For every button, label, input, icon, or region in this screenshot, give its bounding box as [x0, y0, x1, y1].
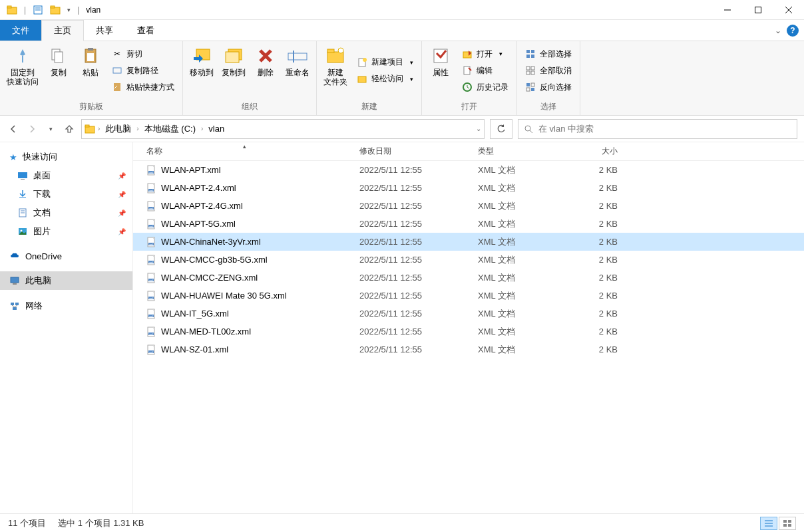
forward-button[interactable]	[25, 122, 39, 136]
nav-this-pc[interactable]: 此电脑	[0, 271, 132, 290]
file-type-cell: XML 文档	[471, 308, 571, 320]
file-row[interactable]: xmlWLAN-IT_5G.xml2022/5/11 12:55XML 文档2 …	[133, 305, 804, 323]
new-item-button[interactable]: 新建项目▾	[355, 55, 415, 69]
back-button[interactable]	[7, 122, 20, 136]
nav-desktop[interactable]: 桌面 📌	[0, 166, 132, 185]
svg-rect-8	[755, 7, 761, 13]
tab-view[interactable]: 查看	[125, 20, 166, 41]
delete-button[interactable]: 删除	[250, 43, 282, 98]
breadcrumb-drive[interactable]: 本地磁盘 (C:)	[142, 123, 198, 135]
file-row[interactable]: xmlWLAN-CMCC-ZENG.xml2022/5/11 12:55XML …	[133, 269, 804, 287]
file-row[interactable]: xmlWLAN-ChinaNet-3yVr.xml2022/5/11 12:55…	[133, 233, 804, 251]
file-row[interactable]: xmlWLAN-MED-TL00z.xml2022/5/11 12:55XML …	[133, 323, 804, 340]
open-button[interactable]: 打开▾	[461, 47, 510, 61]
nav-network[interactable]: 网络	[0, 297, 132, 315]
tab-home[interactable]: 主页	[41, 20, 84, 41]
window-title: vlan	[86, 5, 100, 15]
easy-access-icon	[357, 74, 367, 84]
file-row[interactable]: xmlWLAN-APT-5G.xml2022/5/11 12:55XML 文档2…	[133, 215, 804, 233]
nav-downloads[interactable]: 下载 📌	[0, 185, 132, 203]
file-row[interactable]: xmlWLAN-APT-2.4.xml2022/5/11 12:55XML 文档…	[133, 179, 804, 197]
svg-text:xml: xml	[149, 171, 153, 174]
edit-button[interactable]: 编辑	[461, 64, 510, 78]
tab-share[interactable]: 共享	[84, 20, 125, 41]
properties-button[interactable]: 属性	[425, 43, 457, 98]
file-row[interactable]: xmlWLAN-CMCC-gb3b-5G.xml2022/5/11 12:55X…	[133, 251, 804, 269]
xml-file-icon: xml	[146, 219, 157, 229]
svg-point-26	[338, 48, 343, 53]
chevron-right-icon[interactable]: ›	[98, 125, 100, 132]
column-size[interactable]: 大小	[571, 146, 624, 157]
nav-pictures[interactable]: 图片 📌	[0, 222, 132, 241]
column-type[interactable]: 类型	[471, 146, 571, 157]
close-button[interactable]	[773, 0, 804, 20]
file-type-cell: XML 文档	[471, 344, 571, 356]
file-date-cell: 2022/5/11 12:55	[353, 344, 471, 354]
file-size-cell: 2 KB	[571, 219, 624, 229]
navigation-pane[interactable]: ★ 快速访问 桌面 📌 下载 📌 文档 📌 图片 📌 OneDrive	[0, 142, 133, 513]
minimize-button[interactable]	[712, 0, 743, 20]
file-row[interactable]: xmlWLAN-HUAWEI Mate 30 5G.xml2022/5/11 1…	[133, 287, 804, 305]
select-all-button[interactable]: 全部选择	[524, 47, 573, 61]
easy-access-button[interactable]: 轻松访问▾	[355, 72, 415, 86]
file-type-cell: XML 文档	[471, 164, 571, 176]
nav-documents[interactable]: 文档 📌	[0, 203, 132, 222]
status-item-count: 11 个项目	[8, 517, 46, 529]
properties-qat-icon[interactable]	[30, 2, 46, 18]
invert-selection-button[interactable]: 反向选择	[524, 80, 573, 94]
svg-rect-60	[11, 303, 14, 305]
help-icon[interactable]: ?	[787, 25, 799, 37]
file-row[interactable]: xmlWLAN-APT.xml2022/5/11 12:55XML 文档2 KB	[133, 161, 804, 179]
select-none-button[interactable]: 全部取消	[524, 64, 573, 78]
recent-locations-button[interactable]: ▾	[44, 122, 57, 136]
maximize-button[interactable]	[743, 0, 773, 20]
tab-file[interactable]: 文件	[0, 20, 41, 41]
copy-path-button[interactable]: 复制路径	[110, 64, 176, 78]
svg-text:xml: xml	[149, 315, 153, 317]
select-all-label: 全部选择	[540, 49, 572, 60]
copy-button[interactable]: 复制	[43, 43, 75, 98]
nav-onedrive[interactable]: OneDrive	[0, 247, 132, 265]
column-date[interactable]: 修改日期	[353, 146, 471, 157]
delete-label: 删除	[258, 68, 274, 77]
file-date-cell: 2022/5/11 12:55	[353, 183, 471, 193]
address-dropdown-icon[interactable]: ⌄	[476, 125, 481, 132]
new-folder-button[interactable]: 新建 文件夹	[319, 43, 351, 98]
paste-shortcut-button[interactable]: 粘贴快捷方式	[110, 80, 176, 94]
file-size-cell: 2 KB	[571, 273, 624, 283]
copy-to-button[interactable]: 复制到	[218, 43, 250, 98]
paste-button[interactable]: 粘贴	[75, 43, 106, 98]
file-row[interactable]: xmlWLAN-SZ-01.xml2022/5/11 12:55XML 文档2 …	[133, 340, 804, 358]
move-to-button[interactable]: 移动到	[186, 43, 218, 98]
rename-button[interactable]: 重命名	[282, 43, 313, 98]
refresh-button[interactable]	[490, 119, 512, 139]
svg-rect-43	[531, 83, 534, 86]
search-input[interactable]: 在 vlan 中搜索	[518, 119, 797, 139]
large-icons-view-button[interactable]	[779, 517, 796, 530]
svg-rect-25	[327, 49, 334, 53]
folder-qat-icon[interactable]	[47, 2, 63, 18]
xml-file-icon: xml	[146, 165, 157, 176]
file-list[interactable]: xmlWLAN-APT.xml2022/5/11 12:55XML 文档2 KB…	[133, 161, 804, 513]
xml-file-icon: xml	[146, 309, 157, 319]
qat-dropdown-icon[interactable]: ▾	[67, 7, 71, 13]
svg-rect-38	[526, 66, 530, 70]
pin-to-quick-access-button[interactable]: 固定到 快速访问	[3, 43, 43, 98]
details-view-button[interactable]	[760, 517, 777, 530]
breadcrumb-folder[interactable]: vlan	[206, 124, 227, 134]
file-row[interactable]: xmlWLAN-APT-2.4G.xml2022/5/11 12:55XML 文…	[133, 197, 804, 215]
history-button[interactable]: 历史记录	[461, 80, 510, 94]
up-button[interactable]	[63, 122, 76, 136]
file-date-cell: 2022/5/11 12:55	[353, 291, 471, 301]
breadcrumb-this-pc[interactable]: 此电脑	[102, 123, 134, 135]
chevron-right-icon[interactable]: ›	[136, 125, 138, 132]
nav-quick-access[interactable]: ★ 快速访问	[0, 148, 132, 166]
rename-label: 重命名	[286, 68, 309, 77]
cut-button[interactable]: ✂剪切	[110, 47, 176, 61]
file-type-cell: XML 文档	[471, 272, 571, 284]
cut-label: 剪切	[126, 49, 142, 60]
chevron-down-icon[interactable]: ⌄	[775, 26, 781, 35]
address-bar[interactable]: › 此电脑 › 本地磁盘 (C:) › vlan ⌄	[81, 119, 485, 139]
column-name[interactable]: ▴名称	[133, 146, 353, 157]
chevron-right-icon[interactable]: ›	[201, 125, 203, 132]
